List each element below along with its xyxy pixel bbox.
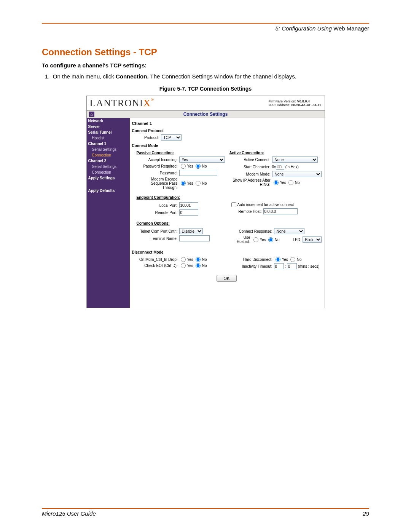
show-ip-yes[interactable] — [274, 180, 279, 185]
common-options-label: Common Options: — [137, 221, 322, 225]
inactivity-label: Inactivity Timeout: — [231, 264, 274, 268]
modem-escape-label: Modem Escape Sequence Pass Through: — [137, 177, 179, 190]
remote-host-input[interactable] — [263, 208, 298, 214]
hard-disc-no[interactable] — [290, 257, 295, 262]
sidebar-item[interactable]: Channel 2 — [87, 158, 130, 164]
sidebar-item[interactable]: Apply Settings — [87, 175, 130, 181]
telnet-select[interactable]: Disable — [179, 228, 203, 234]
mdm-drop-no[interactable] — [196, 257, 201, 262]
logo: LANTRONIX® — [90, 97, 154, 109]
connect-protocol-label: Connect Protocol — [132, 129, 322, 133]
remote-port-label: Remote Port: — [137, 211, 179, 215]
accept-incoming-select[interactable]: Yes — [179, 157, 225, 163]
remote-port-input[interactable] — [179, 209, 198, 216]
inactivity-secs-input[interactable] — [287, 263, 297, 269]
connect-mode-label: Connect Mode — [132, 144, 322, 148]
show-ip-label: Show IP Address After RING: — [229, 178, 272, 187]
hostlist-no[interactable] — [268, 237, 273, 242]
start-char-input[interactable] — [276, 164, 284, 170]
use-hostlist-label: Use Hostlist: — [231, 235, 252, 244]
connect-response-label: Connect Response: — [231, 229, 274, 233]
screenshot: LANTRONIX® Firmware Version: V6.8.0.4 MA… — [86, 96, 325, 308]
inactivity-mins-input[interactable] — [274, 263, 284, 269]
accept-incoming-label: Accept Incoming: — [137, 158, 179, 162]
sidebar-item[interactable]: Channel 1 — [87, 141, 130, 147]
active-connect-select[interactable]: None — [272, 157, 318, 163]
password-input[interactable] — [179, 170, 217, 176]
mdm-drop-yes[interactable] — [181, 257, 186, 262]
sidebar-item[interactable]: Connection — [87, 169, 130, 175]
terminal-name-input[interactable] — [179, 235, 210, 241]
protocol-label: Protocol: — [137, 136, 161, 140]
remote-host-label: Remote Host: — [231, 209, 263, 214]
modem-esc-no[interactable] — [196, 181, 201, 186]
led-select[interactable]: Blink — [303, 236, 322, 243]
disconnect-mode-label: Disconnect Mode — [132, 250, 322, 254]
active-connect-label: Active Connect: — [229, 158, 272, 162]
eot-no[interactable] — [196, 263, 201, 268]
led-label: LED: — [293, 238, 301, 242]
telnet-label: Telnet Com Port Cntrl: — [137, 229, 179, 233]
hostlist-yes[interactable] — [253, 237, 258, 242]
figure-caption: Figure 5-7. TCP Connection Settings — [42, 86, 369, 92]
sidebar-item[interactable]: Network — [87, 118, 130, 124]
sidebar-item[interactable]: Server — [87, 124, 130, 129]
footer-guide: Micro125 User Guide — [42, 510, 96, 517]
channel-title: Channel 1 — [132, 121, 322, 126]
auto-increment-label: Auto increment for active connect — [237, 203, 294, 207]
sidebar-item[interactable]: Apply Defaults — [87, 188, 130, 193]
check-eot-label: Check EOT(Ctrl-D): — [137, 264, 179, 268]
local-port-input[interactable] — [179, 202, 198, 208]
hard-disconnect-label: Hard Disconnect: — [231, 257, 274, 262]
pw-req-yes[interactable] — [181, 164, 186, 169]
home-icon[interactable]: ⌂ — [89, 112, 94, 117]
page-header: 5: Configuration Using Web Manager — [42, 25, 369, 32]
sidebar: NetworkServerSerial TunnelHostlistChanne… — [87, 118, 130, 308]
sidebar-item[interactable]: Serial Settings — [87, 147, 130, 152]
protocol-select[interactable]: TCP — [161, 134, 182, 141]
endpoint-label: Endpoint Configuration: — [137, 195, 322, 200]
start-char-label: Start Character: — [229, 165, 272, 169]
page-title: Connection Settings — [183, 112, 228, 117]
eot-yes[interactable] — [181, 263, 186, 268]
sidebar-item[interactable]: Serial Tunnel — [87, 129, 130, 135]
step-1: 1. On the main menu, click Connection. T… — [53, 72, 369, 80]
local-port-label: Local Port: — [137, 203, 179, 208]
active-connection-label: Active Connection: — [229, 151, 322, 155]
hard-disc-yes[interactable] — [276, 257, 280, 262]
auto-increment-checkbox[interactable] — [231, 202, 236, 207]
pw-req-no[interactable] — [196, 164, 201, 169]
modem-esc-yes[interactable] — [181, 181, 186, 186]
section-subtitle: To configure a channel's TCP settings: — [42, 62, 369, 69]
show-ip-no[interactable] — [288, 180, 293, 185]
connect-response-select[interactable]: None — [274, 228, 304, 234]
sidebar-item[interactable]: Serial Settings — [87, 164, 130, 169]
password-label: Password: — [137, 171, 179, 175]
passive-connection-label: Passive Connection: — [137, 151, 225, 155]
ok-button[interactable]: OK — [217, 275, 237, 282]
password-required-label: Password Required: — [137, 164, 179, 168]
sidebar-item[interactable]: Hostlist — [87, 135, 130, 141]
sidebar-item[interactable]: Connection — [87, 152, 130, 158]
modem-mode-select[interactable]: None — [272, 171, 322, 177]
modem-mode-label: Modem Mode: — [229, 172, 272, 176]
page-number: 29 — [363, 510, 369, 517]
on-mdm-label: On Mdm_Ctrl_In Drop: — [137, 257, 179, 262]
section-title: Connection Settings - TCP — [42, 47, 369, 58]
device-info: Firmware Version: V6.8.0.4 MAC Address: … — [268, 99, 321, 107]
terminal-name-label: Terminal Name: — [137, 236, 179, 241]
